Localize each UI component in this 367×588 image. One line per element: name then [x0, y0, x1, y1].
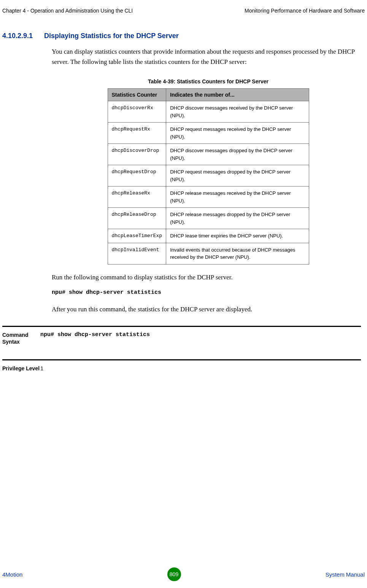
footer-manual: System Manual: [326, 571, 365, 578]
table-header-row: Statistics Counter Indicates the number …: [108, 89, 309, 101]
table-caption: Table 4-39: Statistics Counters for DHCP…: [52, 78, 365, 84]
page-header: Chapter 4 - Operation and Administration…: [0, 0, 367, 17]
footer-product: 4Motion: [2, 571, 22, 578]
col-header-desc: Indicates the number of...: [166, 89, 309, 101]
section-number: 4.10.2.9.1: [2, 32, 33, 40]
table-row: dhcpRequestRxDHCP request messages recei…: [108, 123, 309, 144]
desc-cell: DHCP lease timer expiries the DHCP serve…: [166, 229, 309, 243]
command-syntax-value: npu# show dhcp-server statistics: [40, 331, 361, 345]
table-row: dhcpReleaseRxDHCP release messages recei…: [108, 186, 309, 208]
counter-cell: dhcpLeaseTimerExp: [108, 229, 166, 243]
counter-cell: dhcpReleaseRx: [108, 186, 166, 208]
page-number-badge: 809: [167, 567, 181, 581]
counter-cell: dhcpRequestRx: [108, 123, 166, 144]
command-syntax-block: Command Syntax npu# show dhcp-server sta…: [2, 326, 361, 348]
privilege-level-value: 1: [40, 365, 361, 372]
section-heading: 4.10.2.9.1 Displaying Statistics for the…: [2, 32, 365, 40]
counter-cell: dhcpDiscoverDrop: [108, 144, 166, 165]
privilege-level-block: Privilege Level 1: [2, 359, 361, 375]
header-topic: Monitoring Performance of Hardware and S…: [245, 8, 365, 14]
desc-cell: DHCP release messages dropped by the DHC…: [166, 208, 309, 229]
header-chapter: Chapter 4 - Operation and Administration…: [2, 8, 133, 14]
page-footer: 4Motion 809 System Manual: [0, 567, 367, 581]
main-content: 4.10.2.9.1 Displaying Statistics for the…: [0, 17, 367, 375]
stats-table: Statistics Counter Indicates the number …: [108, 88, 309, 265]
desc-cell: DHCP discover messages received by the D…: [166, 101, 309, 123]
table-row: dhcpRequestDropDHCP request messages dro…: [108, 165, 309, 186]
run-command-paragraph: Run the following command to display sta…: [52, 272, 365, 282]
desc-cell: DHCP discover messages dropped by the DH…: [166, 144, 309, 165]
desc-cell: Invalid events that occurred because of …: [166, 243, 309, 264]
table-row: dhcpInvalidEventInvalid events that occu…: [108, 243, 309, 264]
counter-cell: dhcpRequestDrop: [108, 165, 166, 186]
counter-cell: dhcpDiscoverRx: [108, 101, 166, 123]
intro-paragraph: You can display statistics counters that…: [52, 46, 365, 67]
stats-table-wrapper: Table 4-39: Statistics Counters for DHCP…: [52, 78, 365, 265]
command-syntax-label: Command Syntax: [2, 331, 40, 345]
table-row: dhcpLeaseTimerExpDHCP lease timer expiri…: [108, 229, 309, 243]
result-paragraph: After you run this command, the statisti…: [52, 304, 365, 314]
table-row: dhcpDiscoverRxDHCP discover messages rec…: [108, 101, 309, 123]
section-title: Displaying Statistics for the DHCP Serve…: [44, 32, 179, 40]
table-row: dhcpDiscoverDropDHCP discover messages d…: [108, 144, 309, 165]
table-row: dhcpReleaseDropDHCP release messages dro…: [108, 208, 309, 229]
desc-cell: DHCP request messages received by the DH…: [166, 123, 309, 144]
counter-cell: dhcpReleaseDrop: [108, 208, 166, 229]
desc-cell: DHCP request messages dropped by the DHC…: [166, 165, 309, 186]
privilege-level-label: Privilege Level: [2, 365, 40, 372]
desc-cell: DHCP release messages received by the DH…: [166, 186, 309, 208]
command-example: npu# show dhcp-server statistics: [52, 289, 365, 296]
counter-cell: dhcpInvalidEvent: [108, 243, 166, 264]
col-header-counter: Statistics Counter: [108, 89, 166, 101]
